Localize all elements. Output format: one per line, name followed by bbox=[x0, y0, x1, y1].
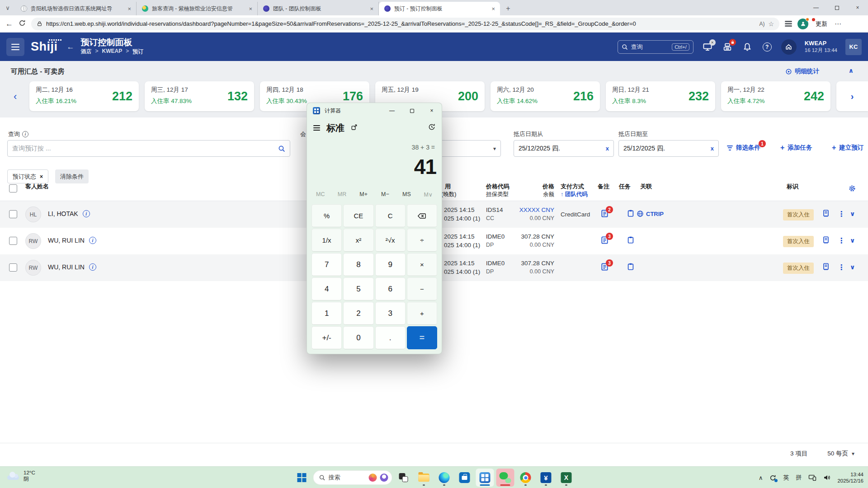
read-aloud-icon[interactable]: A) bbox=[759, 21, 764, 27]
calc-memory-m+[interactable]: M+ bbox=[353, 191, 374, 197]
window-maximize-button[interactable] bbox=[826, 0, 847, 15]
arrival-to-clear-icon[interactable]: x bbox=[711, 145, 714, 152]
cashier-lock-button[interactable] bbox=[722, 41, 733, 53]
favorite-star-icon[interactable]: ☆ bbox=[768, 20, 774, 28]
hamburger-menu-button[interactable] bbox=[6, 38, 24, 56]
row-checkbox[interactable] bbox=[9, 210, 17, 218]
notes-icon[interactable]: 3 bbox=[600, 263, 609, 273]
guest-info-icon[interactable]: i bbox=[89, 263, 96, 271]
breadcrumb-item[interactable]: 酒店 bbox=[81, 48, 92, 56]
window-close-button[interactable]: × bbox=[847, 0, 868, 15]
calc-minimize-button[interactable]: — bbox=[382, 103, 402, 118]
tab-search-chevron-icon[interactable]: ∨ bbox=[0, 0, 15, 15]
user-avatar[interactable]: KC bbox=[845, 39, 862, 55]
taskbar-app-calculator[interactable] bbox=[476, 469, 494, 487]
taskbar-search-box[interactable]: 搜索 bbox=[313, 470, 392, 485]
tray-clock[interactable]: 13:442025/12/16 bbox=[837, 471, 863, 484]
calc-close-button[interactable]: × bbox=[422, 103, 442, 118]
row-menu-icon[interactable]: ⋮ bbox=[838, 263, 845, 272]
notes-icon[interactable]: 3 bbox=[600, 236, 609, 246]
detail-statistics-link[interactable]: 明细统计 bbox=[785, 67, 819, 75]
calc-menu-button[interactable] bbox=[313, 125, 320, 131]
calc-key-[interactable]: × bbox=[407, 253, 437, 276]
help-button[interactable]: ? bbox=[761, 41, 773, 53]
task-clipboard-icon[interactable] bbox=[627, 263, 635, 272]
col-group-code-sort[interactable]: ↑ 团队代码 bbox=[561, 191, 588, 198]
tab-close-icon[interactable]: × bbox=[368, 5, 375, 12]
browser-tab[interactable]: 贵阳机场智选假日酒店系统网址导× bbox=[15, 2, 137, 15]
summary-collapse-chevron[interactable]: ∧ bbox=[849, 67, 854, 74]
guest-name[interactable]: WU, RUI LIN bbox=[48, 263, 85, 271]
guest-info-icon[interactable]: i bbox=[89, 237, 96, 244]
calc-key-0[interactable]: 0 bbox=[343, 326, 373, 349]
calc-key-2[interactable]: 2 bbox=[343, 302, 373, 325]
calc-key-[interactable]: . bbox=[375, 326, 406, 349]
partially-hidden-select[interactable]: ▾ bbox=[433, 140, 501, 157]
reservation-search-input[interactable]: 查询预订按 ... bbox=[7, 140, 290, 157]
guest-info-icon[interactable]: i bbox=[83, 210, 90, 217]
browser-update-button[interactable]: 更新 bbox=[814, 19, 829, 29]
arrival-from-input[interactable]: 25/12/2025 四.x bbox=[514, 140, 614, 157]
arrival-from-clear-icon[interactable]: x bbox=[606, 145, 609, 152]
tab-close-icon[interactable]: × bbox=[126, 5, 132, 12]
calc-key-[interactable]: ÷ bbox=[407, 229, 437, 252]
breadcrumb-item[interactable]: 预订 bbox=[132, 48, 143, 56]
collections-icon[interactable] bbox=[785, 21, 792, 27]
row-menu-icon[interactable]: ⋮ bbox=[838, 236, 845, 245]
browser-menu-icon[interactable]: ⋯ bbox=[835, 20, 842, 28]
col-payment[interactable]: 支付方式 bbox=[561, 183, 584, 191]
back-button[interactable]: ← bbox=[5, 20, 13, 28]
calc-memory-m−[interactable]: M− bbox=[374, 191, 396, 197]
availability-card[interactable]: 周日, 12月 21入住率 8.3%232 bbox=[606, 81, 715, 111]
taskbar-app-store[interactable] bbox=[456, 469, 474, 487]
row-expand-chevron-icon[interactable]: ∨ bbox=[850, 263, 855, 271]
add-task-button[interactable]: +添加任务 bbox=[780, 144, 812, 152]
calc-key-[interactable]: +/- bbox=[311, 326, 342, 349]
calc-key-[interactable]: − bbox=[407, 277, 437, 300]
col-rate-code[interactable]: 价格代码 bbox=[486, 183, 509, 191]
guest-name[interactable]: WU, RUI LIN bbox=[48, 237, 85, 244]
calc-key-x[interactable]: ²√x bbox=[375, 229, 406, 252]
tray-expand-chevron[interactable]: ∧ bbox=[759, 474, 763, 481]
cards-prev-arrow[interactable]: ‹ bbox=[14, 91, 17, 103]
tray-speaker-icon[interactable] bbox=[823, 474, 830, 481]
calc-key-8[interactable]: 8 bbox=[343, 253, 373, 276]
tray-cast-icon[interactable] bbox=[808, 474, 816, 481]
taskbar-weather-widget[interactable]: 12°C阴 bbox=[6, 469, 35, 483]
calc-key-9[interactable]: 9 bbox=[375, 253, 406, 276]
taskbar-app-taskview[interactable] bbox=[395, 469, 413, 487]
create-reservation-button[interactable]: +建立预订 bbox=[832, 144, 863, 152]
taskbar-app-start[interactable] bbox=[293, 469, 311, 487]
select-all-checkbox[interactable] bbox=[9, 184, 17, 192]
availability-card[interactable]: 周三, 12月 17入住率 47.83%132 bbox=[145, 81, 254, 111]
availability-card[interactable]: 周二, 12月 16入住率 16.21%212 bbox=[29, 81, 139, 111]
row-checkbox[interactable] bbox=[9, 237, 17, 245]
taskbar-app-edge[interactable] bbox=[435, 469, 453, 487]
calc-key-4[interactable]: 4 bbox=[311, 277, 342, 300]
tray-sync-icon[interactable] bbox=[769, 474, 776, 481]
table-settings-gear-icon[interactable] bbox=[848, 184, 856, 194]
tab-close-icon[interactable]: × bbox=[490, 5, 496, 12]
taskbar-app-explorer[interactable] bbox=[415, 469, 433, 487]
calc-keep-on-top-button[interactable] bbox=[351, 124, 358, 132]
browser-tab[interactable]: 团队 - 团队控制面板× bbox=[258, 2, 379, 15]
calc-key-[interactable]: % bbox=[311, 204, 342, 227]
calc-key-1x[interactable]: 1/x bbox=[311, 229, 342, 252]
notes-icon[interactable]: 2 bbox=[600, 209, 609, 220]
browser-profile-avatar[interactable] bbox=[797, 19, 808, 29]
filter-conditions-button[interactable]: 筛选条件 1 bbox=[727, 144, 760, 152]
calc-memory-ms[interactable]: MS bbox=[396, 191, 418, 197]
chip-remove-icon[interactable]: × bbox=[40, 174, 43, 180]
new-tab-button[interactable]: + bbox=[502, 2, 514, 15]
cards-next-arrow[interactable]: › bbox=[851, 91, 854, 102]
url-text[interactable]: https://cn1.web.ep.shiji.world/individua… bbox=[46, 20, 755, 27]
workstation-status-button[interactable]: × bbox=[702, 41, 713, 53]
registration-card-icon[interactable] bbox=[822, 263, 830, 272]
calc-key-[interactable] bbox=[407, 204, 437, 227]
row-expand-chevron-icon[interactable]: ∨ bbox=[850, 210, 855, 217]
window-minimize-button[interactable]: — bbox=[806, 0, 826, 15]
refresh-button[interactable] bbox=[19, 19, 26, 28]
arrival-to-input[interactable]: 25/12/2025 四.x bbox=[618, 140, 719, 157]
availability-card-partial[interactable]: › bbox=[836, 81, 868, 111]
calc-key-5[interactable]: 5 bbox=[343, 277, 373, 300]
